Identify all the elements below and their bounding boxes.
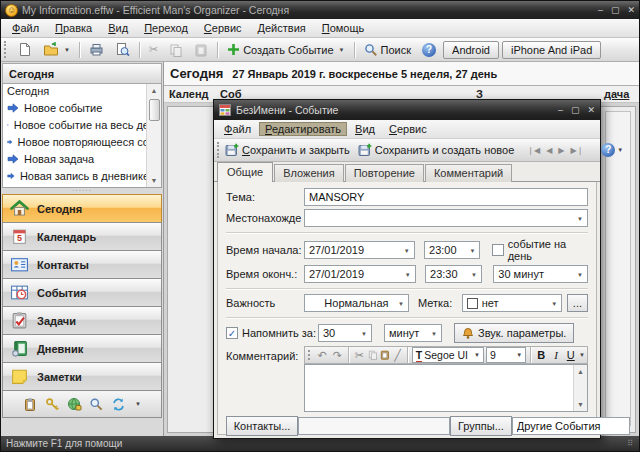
globe-lock-icon[interactable] [67, 397, 82, 412]
print-button[interactable] [85, 40, 108, 59]
open-file-button[interactable]: ▼ [39, 40, 74, 59]
sync-icon[interactable] [111, 397, 126, 412]
underline-button[interactable]: U [564, 349, 577, 361]
create-event-button[interactable]: Создать Событие ▼ [223, 41, 348, 58]
location-combobox[interactable] [304, 209, 588, 227]
tab-comment[interactable]: Комментарий [425, 164, 512, 182]
scroll-up-icon[interactable]: ▲ [577, 365, 584, 378]
bold-button[interactable]: B [535, 349, 548, 361]
toolbar-overflow-icon[interactable]: ▼ [617, 147, 623, 153]
start-date-combobox[interactable]: 27/01/2019 [304, 241, 415, 259]
menu-file[interactable]: Файл [5, 21, 46, 35]
nav-previous-icon[interactable]: ◀ [544, 146, 554, 155]
tab-general[interactable]: Общие [217, 162, 273, 182]
italic-button[interactable]: I [550, 349, 563, 361]
nav-next-icon[interactable]: ▶ [556, 146, 566, 155]
scroll-up-icon[interactable]: ▲ [151, 84, 158, 97]
paste-icon[interactable] [380, 349, 390, 361]
tag-combobox[interactable]: нет [462, 294, 563, 312]
iphone-ipad-button[interactable]: iPhone And iPad [502, 41, 601, 59]
sidebar-nav-contacts[interactable]: Контакты [2, 250, 162, 279]
copy-icon[interactable] [368, 349, 378, 361]
sidebar-nav-calendar[interactable]: 5 Календарь [2, 222, 162, 251]
tab-attachments[interactable]: Вложения [274, 164, 344, 182]
nav-last-icon[interactable]: ▶❘ [568, 146, 585, 155]
scroll-down-icon[interactable]: ▼ [577, 398, 584, 411]
list-item-new-diary-entry[interactable]: Новая запись в дневнике [3, 167, 149, 184]
reminder-value-combobox[interactable]: 30 [318, 324, 372, 342]
sound-options-button[interactable]: Звук. параметры. [454, 323, 574, 343]
redo-icon[interactable]: ↷ [331, 349, 344, 362]
all-day-checkbox[interactable] [492, 244, 504, 256]
save-close-button[interactable]: Сохранить и закрыть [222, 142, 353, 158]
dialog-menu-edit[interactable]: Редактировать [259, 122, 347, 136]
end-date-combobox[interactable]: 27/01/2019 [304, 265, 416, 283]
reminder-unit-combobox[interactable]: минут [384, 324, 442, 342]
menu-tools[interactable]: Сервис [197, 21, 249, 35]
strike-icon[interactable]: ╱ [392, 349, 403, 362]
reminder-checkbox[interactable]: ✓ [226, 327, 238, 339]
dialog-maximize-icon[interactable]: ▢ [571, 105, 580, 115]
scroll-down-icon[interactable]: ▼ [151, 174, 158, 187]
mini-toolbar-overflow-icon[interactable]: ▼ [135, 401, 141, 407]
menu-view[interactable]: Вид [101, 21, 135, 35]
minimize-icon[interactable]: – [598, 5, 603, 15]
menu-edit[interactable]: Правка [48, 21, 99, 35]
sidebar-nav-diary[interactable]: Дневник [2, 334, 162, 363]
dialog-menu-view[interactable]: Вид [349, 122, 381, 136]
subject-input[interactable] [304, 188, 588, 206]
duration-combobox[interactable]: 30 минут [493, 265, 588, 283]
column-calendar[interactable]: Календ [169, 88, 209, 100]
other-events-input[interactable] [512, 417, 630, 435]
sidebar-nav-notes[interactable]: Заметки [2, 362, 162, 391]
dialog-menu-file[interactable]: Файл [218, 122, 257, 136]
menu-help[interactable]: Помощь [315, 21, 372, 35]
nav-first-icon[interactable]: ❘◀ [525, 146, 542, 155]
list-item-new-task[interactable]: Новая задача [3, 150, 149, 167]
contacts-button[interactable]: Контакты... [226, 416, 298, 436]
search-icon[interactable] [89, 397, 104, 412]
print-preview-button[interactable] [111, 40, 134, 59]
comment-textarea[interactable]: ▲ ▼ [304, 364, 588, 412]
font-size-combobox[interactable]: 9 ▼ [486, 347, 526, 363]
dialog-minimize-icon[interactable]: – [558, 105, 563, 115]
importance-combobox[interactable]: Нормальная [304, 294, 409, 312]
sidebar-nav-events[interactable]: События [2, 278, 162, 307]
copy-button[interactable] [165, 41, 187, 59]
tag-more-button[interactable]: ... [567, 294, 588, 312]
resize-grip-icon[interactable]: ⠿ [627, 439, 634, 448]
dialog-close-icon[interactable]: ✕ [587, 105, 595, 115]
dialog-menu-tools[interactable]: Сервис [383, 122, 433, 136]
key-icon[interactable] [45, 397, 60, 412]
comment-scrollbar[interactable]: ▲ ▼ [573, 365, 587, 411]
cut-button[interactable]: ✂ [145, 42, 162, 57]
menu-go[interactable]: Переход [137, 21, 195, 35]
maximize-icon[interactable]: ▢ [611, 5, 620, 15]
new-file-button[interactable] [13, 40, 36, 59]
end-time-combobox[interactable]: 23:30 [425, 265, 482, 283]
column-new-task-link[interactable]: дача [604, 88, 629, 100]
paste-button[interactable] [190, 41, 212, 59]
comment-toolbar-overflow-icon[interactable]: ▼ [579, 352, 585, 358]
start-time-combobox[interactable]: 23:00 [424, 241, 480, 259]
list-item-new-allday-event[interactable]: Новое событие на весь де [3, 116, 149, 133]
font-name-combobox[interactable]: T Segoe UI ▼ [412, 347, 484, 363]
sidebar-nav-today[interactable]: Сегодня [2, 194, 162, 223]
help-button[interactable]: ? [418, 41, 440, 59]
undo-icon[interactable]: ↶ [316, 349, 329, 362]
groups-button[interactable]: Группы... [450, 416, 512, 436]
clipboard-icon[interactable] [23, 397, 38, 412]
menu-actions[interactable]: Действия [251, 21, 313, 35]
list-item-new-event[interactable]: Новое событие [3, 99, 149, 116]
list-item-new-recurring-event[interactable]: Новое повторяющееся со [3, 133, 149, 150]
scroll-thumb[interactable] [149, 99, 160, 121]
list-scrollbar[interactable]: ▲ ▼ [146, 84, 161, 187]
close-icon[interactable]: ✕ [627, 5, 635, 15]
save-new-button[interactable]: Сохранить и создать новое [355, 142, 518, 158]
cut-icon[interactable]: ✂ [353, 349, 366, 362]
search-button[interactable]: Поиск [360, 41, 415, 59]
tab-recurrence[interactable]: Повторение [345, 164, 424, 182]
sidebar-nav-tasks[interactable]: Задачи [2, 306, 162, 335]
contacts-input[interactable] [298, 417, 450, 435]
android-button[interactable]: Android [443, 41, 499, 59]
